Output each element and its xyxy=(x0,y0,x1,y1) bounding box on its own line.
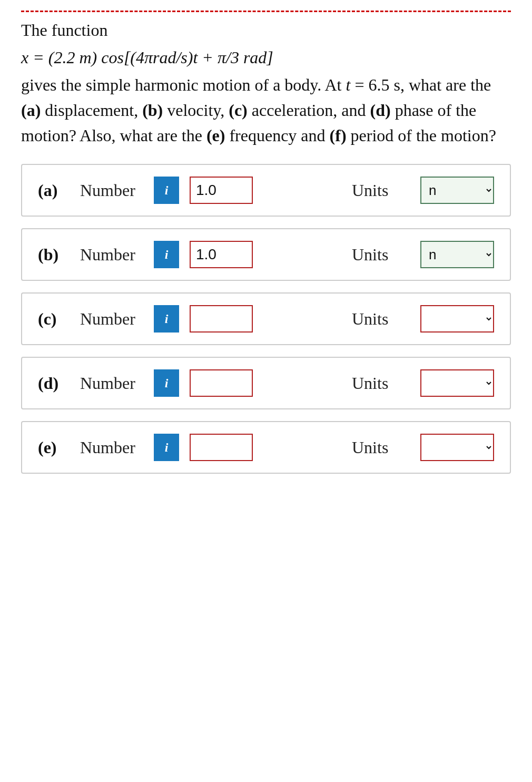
units-label-a: Units xyxy=(352,181,405,200)
part-label-c: (c) xyxy=(38,309,70,329)
info-button-a[interactable]: i xyxy=(154,177,179,204)
number-label-c: Number xyxy=(80,309,143,329)
part-label-b: (b) xyxy=(38,245,70,265)
question-intro: The function xyxy=(21,17,511,43)
part-label-e: (e) xyxy=(38,438,70,457)
units-label-d: Units xyxy=(352,374,405,393)
units-select-a[interactable]: mm/sm/s²radHzsn xyxy=(420,177,494,204)
number-input-d[interactable] xyxy=(190,369,253,397)
units-label-b: Units xyxy=(352,245,405,265)
number-label-b: Number xyxy=(80,245,143,265)
question-body: gives the simple harmonic motion of a bo… xyxy=(21,72,511,148)
part-label-a: (a) xyxy=(38,181,70,200)
number-label-a: Number xyxy=(80,181,143,200)
answer-row-e: (e)NumberiUnitsmm/sm/s²radHzsn xyxy=(21,421,511,474)
units-select-c[interactable]: mm/sm/s²radHzsn xyxy=(420,305,494,333)
units-select-b[interactable]: mm/sm/s²radHzsn xyxy=(420,241,494,268)
part-label-d: (d) xyxy=(38,374,70,393)
info-button-e[interactable]: i xyxy=(154,434,179,461)
info-button-d[interactable]: i xyxy=(154,369,179,397)
number-label-d: Number xyxy=(80,374,143,393)
number-label-e: Number xyxy=(80,438,143,457)
units-label-c: Units xyxy=(352,309,405,329)
number-input-e[interactable] xyxy=(190,434,253,461)
answer-row-b: (b)NumberiUnitsmm/sm/s²radHzsn xyxy=(21,228,511,281)
question-block: The function x = (2.2 m) cos[(4πrad/s)t … xyxy=(21,17,511,148)
number-input-b[interactable] xyxy=(190,241,253,268)
question-equation: x = (2.2 m) cos[(4πrad/s)t + π/3 rad] xyxy=(21,45,511,70)
number-input-a[interactable] xyxy=(190,177,253,204)
units-select-e[interactable]: mm/sm/s²radHzsn xyxy=(420,434,494,461)
answer-row-d: (d)NumberiUnitsmm/sm/s²radHzsn xyxy=(21,357,511,409)
number-input-c[interactable] xyxy=(190,305,253,333)
info-button-c[interactable]: i xyxy=(154,305,179,333)
answer-row-c: (c)NumberiUnitsmm/sm/s²radHzsn xyxy=(21,292,511,345)
info-button-b[interactable]: i xyxy=(154,241,179,268)
answer-row-a: (a)NumberiUnitsmm/sm/s²radHzsn xyxy=(21,164,511,217)
units-select-d[interactable]: mm/sm/s²radHzsn xyxy=(420,369,494,397)
units-label-e: Units xyxy=(352,438,405,457)
answer-rows: (a)NumberiUnitsmm/sm/s²radHzsn(b)Numberi… xyxy=(21,164,511,474)
